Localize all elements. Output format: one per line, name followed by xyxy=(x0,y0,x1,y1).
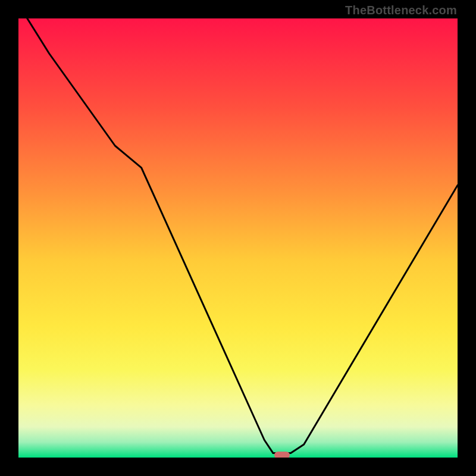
bottleneck-curve xyxy=(18,18,458,458)
chart-container: TheBottleneck.com xyxy=(0,0,476,476)
optimal-marker xyxy=(274,452,290,458)
plot-area xyxy=(18,18,458,458)
watermark-text: TheBottleneck.com xyxy=(345,4,457,17)
